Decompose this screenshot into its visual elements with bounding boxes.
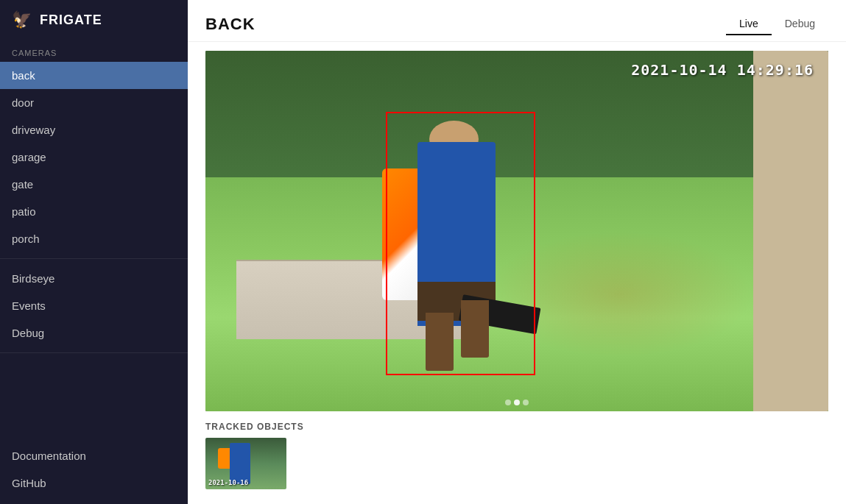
sidebar-item-github[interactable]: GitHub [0,469,188,497]
sidebar-item-birdseye[interactable]: Birdseye [0,265,188,292]
tab-live[interactable]: Live [726,13,772,35]
dot-1 [505,400,511,405]
thumb-timestamp: 2021-10-16 [208,479,248,486]
video-background: 2021-10-14 14:29:16 [205,51,828,411]
sidebar-divider [0,258,188,259]
sidebar-item-gate[interactable]: gate [0,171,188,198]
sidebar-item-documentation[interactable]: Documentation [0,442,188,469]
carousel-dots [505,400,529,405]
app-name: FRIGATE [40,13,102,28]
person-leg-right [461,300,489,358]
sidebar-bottom: Documentation GitHub [0,442,188,504]
frigate-logo-icon: 🦅 [12,10,32,29]
person-figure [373,116,548,379]
main-body: 2021-10-14 14:29:16 TRACKED OBJECTS 2021… [188,42,846,504]
tab-bar: Live Debug [726,13,828,35]
sidebar-item-back[interactable]: back [0,62,188,89]
tracked-object-thumbnail[interactable]: 2021-10-16 [205,438,286,489]
person-leg-left [426,313,454,371]
main-content: BACK Live Debug [188,0,846,504]
dot-2 [514,400,520,405]
dot-3 [523,400,529,405]
tracked-objects-label: TRACKED OBJECTS [205,422,828,432]
sidebar-item-door[interactable]: door [0,89,188,116]
sidebar-item-debug[interactable]: Debug [0,319,188,347]
sidebar-item-events[interactable]: Events [0,292,188,319]
tab-debug[interactable]: Debug [772,13,828,35]
tracked-objects-section: TRACKED OBJECTS 2021-10-16 [205,422,828,489]
sidebar: 🦅 FRIGATE Cameras back door driveway gar… [0,0,188,504]
page-title: BACK [205,15,255,34]
app-logo[interactable]: 🦅 FRIGATE [0,0,188,40]
house-wall [753,51,828,411]
sidebar-item-porch[interactable]: porch [0,225,188,252]
sidebar-item-patio[interactable]: patio [0,198,188,225]
sidebar-item-driveway[interactable]: driveway [0,116,188,143]
video-player[interactable]: 2021-10-14 14:29:16 [205,51,828,411]
main-header: BACK Live Debug [188,0,846,42]
cameras-section-label: Cameras [0,40,188,62]
sidebar-item-garage[interactable]: garage [0,143,188,171]
sidebar-divider-2 [0,352,188,353]
video-timestamp: 2021-10-14 14:29:16 [631,61,814,79]
thumb-person [230,443,250,484]
